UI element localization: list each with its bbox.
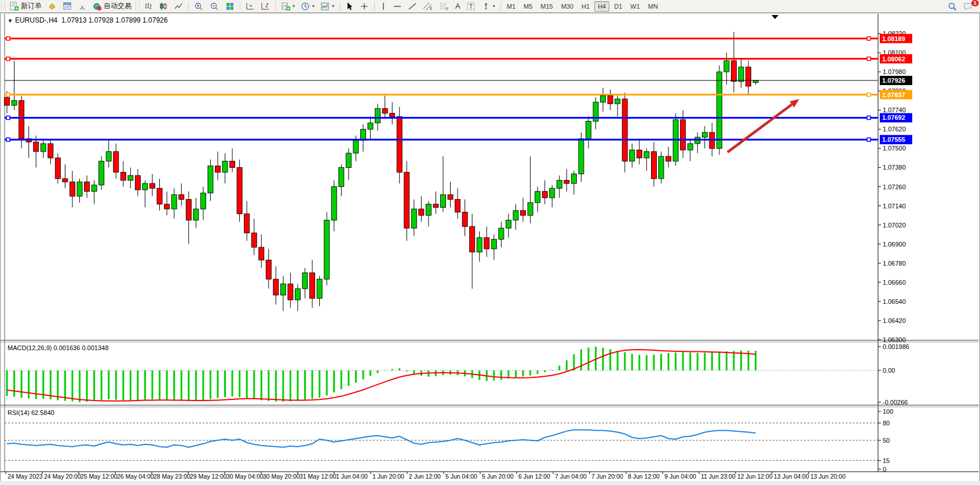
time-tick-label: 24 May 20:00 — [44, 473, 81, 480]
timeframe-button-h4[interactable]: H4 — [594, 1, 609, 12]
timeframe-button-h1[interactable]: H1 — [578, 1, 593, 12]
line-handle[interactable] — [867, 57, 871, 61]
toolbar-separator — [240, 2, 240, 11]
chart-canvas[interactable]: 1.082201.081001.079801.078601.077401.076… — [0, 0, 980, 485]
candle-body — [579, 139, 584, 174]
timeframe-button-m1[interactable]: M1 — [503, 1, 519, 12]
candle-body — [688, 144, 693, 150]
timeframe-button-m15[interactable]: M15 — [537, 1, 556, 12]
candle-body — [411, 209, 416, 228]
candle-body — [666, 156, 671, 161]
timeframe-button-m5[interactable]: M5 — [520, 1, 536, 12]
toolbar-grip[interactable] — [136, 2, 140, 10]
timeframe-button-mn[interactable]: MN — [645, 1, 661, 12]
candle-body — [48, 144, 53, 158]
text-tool-button[interactable]: A — [452, 1, 463, 11]
auto-scroll-button[interactable] — [243, 1, 258, 11]
fibonacci-tool-button[interactable]: F — [436, 1, 452, 11]
time-tick-label: 30 May 20:00 — [263, 473, 300, 480]
horizontal-line-tool-button[interactable] — [390, 1, 405, 11]
fibonacci-icon: F — [439, 2, 449, 11]
cursor-tool-button[interactable] — [342, 1, 357, 11]
candle-body — [375, 108, 381, 123]
chart-menu-icon[interactable]: ▼ — [8, 18, 13, 24]
candle-body — [259, 247, 264, 260]
main-toolbar: 新订单 自动交易 — [0, 0, 980, 13]
new-order-button[interactable]: 新订单 — [6, 1, 45, 11]
line-handle[interactable] — [6, 93, 10, 97]
candle-body — [615, 99, 620, 104]
arrows-tool-button[interactable]: ▾ — [478, 1, 498, 11]
current-price: 1.07926 — [5, 76, 912, 85]
candle-body — [426, 204, 431, 215]
candle-body — [564, 180, 569, 183]
candle-body — [433, 204, 438, 208]
candle-body — [273, 279, 279, 295]
line-handle[interactable] — [867, 138, 871, 141]
vertical-line-tool-button[interactable] — [377, 1, 390, 11]
time-tick-label: 29 May 12:00 — [190, 473, 227, 480]
crosshair-tool-button[interactable] — [357, 1, 372, 11]
equidistant-channel-icon: E — [423, 2, 433, 11]
line-handle[interactable] — [6, 57, 10, 61]
rsi-tick-label: 15 — [883, 457, 890, 464]
periods-button[interactable]: ▾ — [298, 1, 317, 11]
price-tick-label: 1.06300 — [883, 336, 906, 343]
candle-body — [455, 200, 460, 212]
paint-bucket-icon — [47, 2, 57, 11]
line-chart-button[interactable] — [171, 1, 186, 11]
toolbar-grip[interactable] — [1, 2, 5, 10]
chart-window-button[interactable] — [60, 1, 75, 11]
candle-body — [41, 144, 46, 152]
timeframe-button-m30[interactable]: M30 — [558, 1, 577, 12]
chart-shift-button[interactable] — [258, 1, 273, 11]
chart-shift-marker-icon[interactable] — [771, 15, 778, 19]
line-handle[interactable] — [6, 116, 10, 119]
bar-chart-icon — [144, 2, 153, 11]
line-handle[interactable] — [6, 138, 10, 141]
bar-chart-button[interactable] — [141, 1, 156, 11]
auto-trading-label: 自动交易 — [104, 1, 131, 11]
templates-button[interactable]: ▾ — [317, 1, 337, 11]
zoom-out-button[interactable] — [207, 1, 222, 11]
label-tool-button[interactable]: T — [463, 1, 478, 11]
candle-body — [644, 152, 649, 158]
tile-windows-button[interactable] — [222, 1, 237, 11]
candle-body — [128, 175, 133, 180]
candle-body — [557, 180, 562, 188]
macd-pane — [5, 347, 878, 402]
candle-body — [419, 209, 424, 215]
timeframe-button-d1[interactable]: D1 — [610, 1, 626, 12]
time-tick-label: 31 May 12:00 — [299, 473, 337, 480]
price-tick-label: 1.07980 — [883, 68, 906, 75]
auto-trading-button[interactable]: 自动交易 — [90, 1, 134, 11]
candle-body — [637, 150, 642, 158]
toolbar-separator — [188, 2, 189, 11]
clock-icon — [301, 2, 310, 11]
signals-button[interactable] — [75, 1, 90, 11]
channel-tool-button[interactable]: E — [420, 1, 436, 11]
timeframe-button-w1[interactable]: W1 — [627, 1, 643, 12]
candle-body — [179, 194, 184, 199]
trend-arrow-annotation[interactable] — [727, 99, 799, 152]
price-tick-label: 1.07020 — [883, 222, 906, 229]
time-tick-label: 7 Jun 04:00 — [555, 473, 587, 480]
search-button[interactable] — [945, 1, 960, 11]
line-handle[interactable] — [867, 116, 871, 119]
candle-body — [310, 273, 315, 298]
line-handle[interactable] — [867, 37, 871, 41]
candlestick-chart-button[interactable] — [156, 1, 171, 11]
styler-button[interactable] — [45, 1, 60, 11]
mt4-application: 新订单 自动交易 — [0, 0, 980, 485]
candle-body — [142, 183, 148, 190]
indicators-button[interactable]: ▾ — [278, 1, 298, 11]
cursor-icon — [345, 2, 354, 11]
fibo-letter: F — [446, 7, 448, 11]
line-handle[interactable] — [867, 93, 871, 97]
notifications-button[interactable]: 1 — [960, 1, 977, 11]
price-level-badge-text: 1.07555 — [882, 136, 905, 143]
trendline-tool-button[interactable] — [405, 1, 420, 11]
line-handle[interactable] — [6, 37, 10, 41]
zoom-in-button[interactable] — [191, 1, 207, 11]
time-tick-label: 13 Jun 04:00 — [774, 473, 809, 480]
